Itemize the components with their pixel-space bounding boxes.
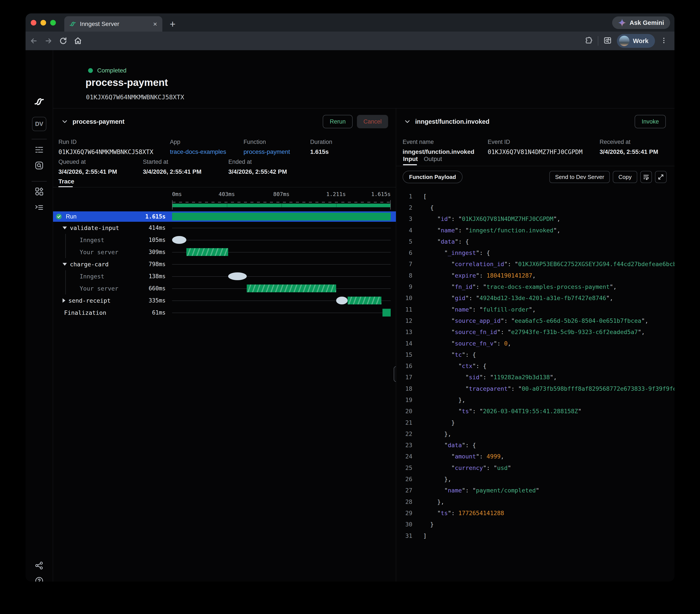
tree-connector-line <box>65 282 66 294</box>
line-number: 2 <box>396 204 412 211</box>
trace-row-label-area: Run1.615s <box>53 212 172 222</box>
tab-input[interactable]: Input <box>403 156 418 163</box>
share-icon[interactable] <box>35 561 44 570</box>
sidebar-item-apps[interactable] <box>35 187 44 196</box>
sidebar-item-events[interactable] <box>35 161 44 170</box>
trace-span-bar <box>186 248 228 256</box>
trace-step-duration: 138ms <box>149 273 172 280</box>
ask-gemini-button[interactable]: Ask Gemini <box>612 16 670 29</box>
tab-trace[interactable]: Trace <box>59 178 74 185</box>
side-panel-search-icon[interactable] <box>603 36 612 46</box>
trace-row-charge-card[interactable]: charge-card798ms <box>53 258 396 270</box>
workspace-badge-label: DV <box>32 117 46 131</box>
close-window-button[interactable] <box>31 20 36 26</box>
new-tab-button[interactable]: + <box>170 18 176 30</box>
line-number: 7 <box>396 261 412 267</box>
timeline-axis: 0ms403ms807ms1.211s1.615s <box>172 191 391 199</box>
workspace-badge[interactable]: DV <box>32 117 46 131</box>
desktop-background: Inngest Server × + Ask Gemini <box>0 0 700 614</box>
code-line: 28 }, <box>396 496 674 507</box>
field-queued-at: Queued at 3/4/2026, 2:55:41 PM <box>59 158 117 175</box>
expand-icon[interactable] <box>655 171 667 183</box>
profile-chip[interactable]: Work <box>617 34 655 48</box>
code-line: 14 "source_fn_v": 0, <box>396 338 674 349</box>
menu-dots-icon[interactable] <box>660 37 667 45</box>
app-link[interactable]: trace-docs-examples <box>170 149 226 155</box>
code-line: 24 "amount": 4999, <box>396 451 674 462</box>
sidebar-item-dev-console[interactable] <box>35 203 44 212</box>
window-controls <box>31 20 56 26</box>
field-run-id: Run ID 01KJX6Q7W64NMKMWBNKCJ58XTX <box>59 139 153 156</box>
trace-row-finalization[interactable]: Finalization61ms <box>53 307 396 319</box>
home-button[interactable] <box>72 31 84 50</box>
trace-row-inngest[interactable]: Inngest138ms <box>53 270 396 282</box>
trace-step-name: Inngest <box>80 273 104 280</box>
trace-step-name: validate-input <box>70 225 119 231</box>
toolbar-right-cluster: Work <box>585 31 674 50</box>
inngest-dev-server-app: DV <box>26 50 674 581</box>
copy-button[interactable]: Copy <box>613 171 637 183</box>
line-number: 13 <box>396 329 412 335</box>
code-line: 11 "name": "fulfill-order", <box>396 304 674 315</box>
field-app: App trace-docs-examples <box>170 139 226 155</box>
chevron-down-icon[interactable] <box>63 263 67 266</box>
code-editor[interactable]: 1[2 {3 "id": "01KJX6Q7V81N4DMZ7HFJ0CGPDM… <box>396 191 674 581</box>
line-number: 22 <box>396 431 412 437</box>
trace-step-duration: 1.615s <box>145 213 172 220</box>
event-name-value: inngest/function.invoked <box>403 149 474 155</box>
run-section-header: process-payment Rerun Cancel <box>62 114 388 129</box>
duration-value: 1.615s <box>310 149 332 155</box>
trace-row-validate-input[interactable]: validate-input414ms <box>53 222 396 234</box>
close-tab-icon[interactable]: × <box>153 21 157 27</box>
tab-output[interactable]: Output <box>424 156 442 163</box>
inngest-logo <box>33 97 46 106</box>
trace-row-timeline <box>172 282 396 294</box>
line-number: 27 <box>396 487 412 494</box>
chevron-down-icon[interactable] <box>62 118 68 125</box>
timeline-minimap[interactable] <box>172 200 391 210</box>
help-icon[interactable] <box>35 576 44 581</box>
trace-row-label-area: Inngest138ms <box>53 270 172 282</box>
trace-row-your-server[interactable]: Your server309ms <box>53 246 396 258</box>
axis-tick-label: 807ms <box>273 191 289 197</box>
browser-tab[interactable]: Inngest Server × <box>64 16 162 31</box>
send-to-dev-server-button[interactable]: Send to Dev Server <box>549 171 610 183</box>
field-duration: Duration 1.615s <box>310 139 332 155</box>
code-line: 2 { <box>396 202 674 213</box>
trace-row-send-receipt[interactable]: send-receipt335ms <box>53 294 396 307</box>
cancel-button[interactable]: Cancel <box>357 115 388 128</box>
input-tab-underline <box>403 164 417 165</box>
run-id-label: Run ID <box>59 139 153 145</box>
trace-row-your-server[interactable]: Your server660ms <box>53 282 396 294</box>
rail-divider <box>32 181 47 181</box>
invoke-button[interactable]: Invoke <box>635 115 666 128</box>
function-link[interactable]: process-payment <box>243 149 290 155</box>
event-detail-panel: inngest/function.invoked Invoke Event na… <box>396 108 674 581</box>
chevron-down-icon[interactable] <box>63 227 67 229</box>
forward-button[interactable] <box>42 31 55 50</box>
maximize-window-button[interactable] <box>50 20 56 26</box>
extensions-icon[interactable] <box>585 37 593 45</box>
panel-resize-handle[interactable] <box>394 366 396 382</box>
trace-row-timeline <box>172 258 396 270</box>
sidebar-item-runs[interactable] <box>35 145 44 154</box>
function-payload-pill[interactable]: Function Payload <box>403 171 463 183</box>
rerun-button[interactable]: Rerun <box>323 115 353 128</box>
trace-row-inngest[interactable]: Inngest105ms <box>53 234 396 246</box>
code-line: 25 "currency": "usd" <box>396 462 674 473</box>
trace-row-timeline <box>172 294 396 307</box>
word-wrap-icon[interactable] <box>640 171 652 183</box>
reload-button[interactable] <box>57 31 70 50</box>
browser-window: Inngest Server × + Ask Gemini <box>26 13 674 581</box>
trace-step-name: Your server <box>80 249 118 256</box>
trace-row-run[interactable]: Run1.615s <box>53 212 396 222</box>
chevron-right-icon[interactable] <box>63 298 65 303</box>
trace-step-duration: 105ms <box>149 237 172 243</box>
minimize-window-button[interactable] <box>40 20 46 26</box>
timeline-gridline <box>172 228 391 228</box>
line-number: 21 <box>396 419 412 426</box>
axis-tick-label: 0ms <box>172 191 182 197</box>
chevron-down-icon[interactable] <box>404 118 410 125</box>
back-button[interactable] <box>27 31 40 50</box>
line-number: 14 <box>396 340 412 347</box>
